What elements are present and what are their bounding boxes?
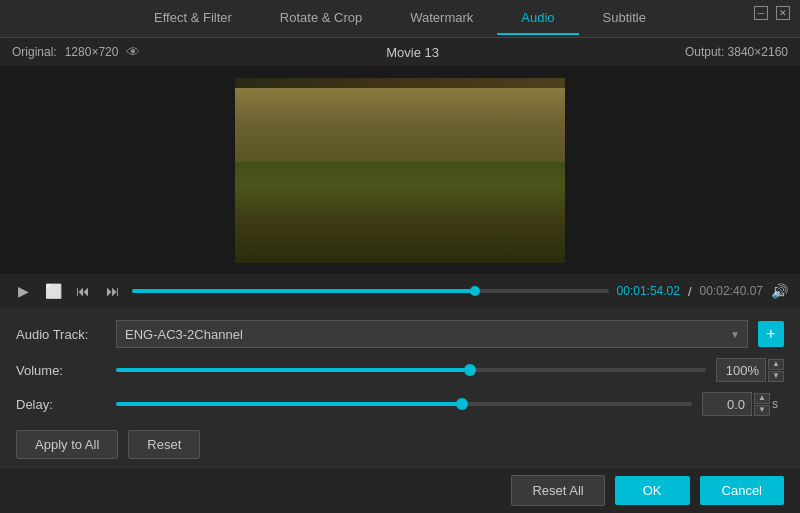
play-button[interactable]: ▶ (12, 280, 34, 302)
video-area: Original: 1280×720 👁 Movie 13 Output: 38… (0, 38, 800, 308)
time-total: 00:02:40.07 (700, 284, 763, 298)
output-info: Output: 3840×2160 (685, 45, 788, 59)
delay-fill (116, 402, 462, 406)
audio-track-row: Audio Track: ENG-AC3-2Channel ENG-AAC-2C… (16, 320, 784, 348)
delay-up-button[interactable]: ▲ (754, 393, 770, 404)
volume-fill (116, 368, 470, 372)
volume-stepper: ▲ ▼ (768, 359, 784, 382)
original-resolution: 1280×720 (65, 45, 119, 59)
cancel-button[interactable]: Cancel (700, 476, 784, 505)
volume-label: Volume: (16, 363, 106, 378)
audio-track-select-wrapper: ENG-AC3-2Channel ENG-AAC-2Channel ▼ (116, 320, 748, 348)
progress-bar[interactable] (132, 289, 609, 293)
tab-bar: Effect & Filter Rotate & Crop Watermark … (0, 0, 800, 38)
progress-fill (132, 289, 475, 293)
volume-value-wrapper: 100% ▲ ▼ (716, 358, 784, 382)
delay-unit: s (772, 397, 784, 411)
output-label: Output: (685, 45, 724, 59)
time-current: 00:01:54.02 (617, 284, 680, 298)
volume-slider[interactable] (116, 368, 706, 372)
apply-to-all-button[interactable]: Apply to All (16, 430, 118, 459)
action-row: Apply to All Reset (16, 430, 784, 459)
tab-audio[interactable]: Audio (497, 2, 578, 35)
volume-thumb[interactable] (464, 364, 476, 376)
settings-panel: Audio Track: ENG-AC3-2Channel ENG-AAC-2C… (0, 308, 800, 471)
bottom-bar: Reset All OK Cancel (0, 467, 800, 513)
stop-button[interactable]: ⬜ (42, 280, 64, 302)
audio-track-label: Audio Track: (16, 327, 106, 342)
delay-down-button[interactable]: ▼ (754, 405, 770, 416)
ok-button[interactable]: OK (615, 476, 690, 505)
minimize-button[interactable]: ─ (754, 6, 768, 20)
time-separator: / (688, 284, 692, 299)
eye-icon[interactable]: 👁 (126, 44, 140, 60)
audio-track-select[interactable]: ENG-AC3-2Channel ENG-AAC-2Channel (116, 320, 748, 348)
delay-value-wrapper: 0.0 ▲ ▼ s (702, 392, 784, 416)
original-label: Original: (12, 45, 57, 59)
volume-value: 100% (716, 358, 766, 382)
close-button[interactable]: ✕ (776, 6, 790, 20)
add-track-button[interactable]: + (758, 321, 784, 347)
volume-down-button[interactable]: ▼ (768, 371, 784, 382)
video-info-bar: Original: 1280×720 👁 Movie 13 Output: 38… (0, 38, 800, 66)
next-button[interactable]: ⏭ (102, 280, 124, 302)
tab-rotate-crop[interactable]: Rotate & Crop (256, 2, 386, 35)
video-frame (0, 66, 800, 274)
delay-slider[interactable] (116, 402, 692, 406)
output-resolution: 3840×2160 (728, 45, 788, 59)
volume-up-button[interactable]: ▲ (768, 359, 784, 370)
reset-button[interactable]: Reset (128, 430, 200, 459)
video-title: Movie 13 (140, 45, 684, 60)
volume-icon[interactable]: 🔊 (771, 283, 788, 299)
video-overlay (235, 78, 565, 263)
original-info: Original: 1280×720 👁 (12, 44, 140, 60)
tab-watermark[interactable]: Watermark (386, 2, 497, 35)
controls-bar: ▶ ⬜ ⏮ ⏭ 00:01:54.02 / 00:02:40.07 🔊 (0, 274, 800, 308)
volume-row: Volume: 100% ▲ ▼ (16, 358, 784, 382)
title-bar: ─ ✕ (744, 0, 800, 26)
progress-thumb (470, 286, 480, 296)
delay-label: Delay: (16, 397, 106, 412)
delay-stepper: ▲ ▼ (754, 393, 770, 416)
delay-thumb[interactable] (456, 398, 468, 410)
delay-row: Delay: 0.0 ▲ ▼ s (16, 392, 784, 416)
prev-button[interactable]: ⏮ (72, 280, 94, 302)
tab-effect-filter[interactable]: Effect & Filter (130, 2, 256, 35)
delay-value: 0.0 (702, 392, 752, 416)
video-thumbnail (235, 78, 565, 263)
reset-all-button[interactable]: Reset All (511, 475, 604, 506)
tab-subtitle[interactable]: Subtitle (579, 2, 670, 35)
